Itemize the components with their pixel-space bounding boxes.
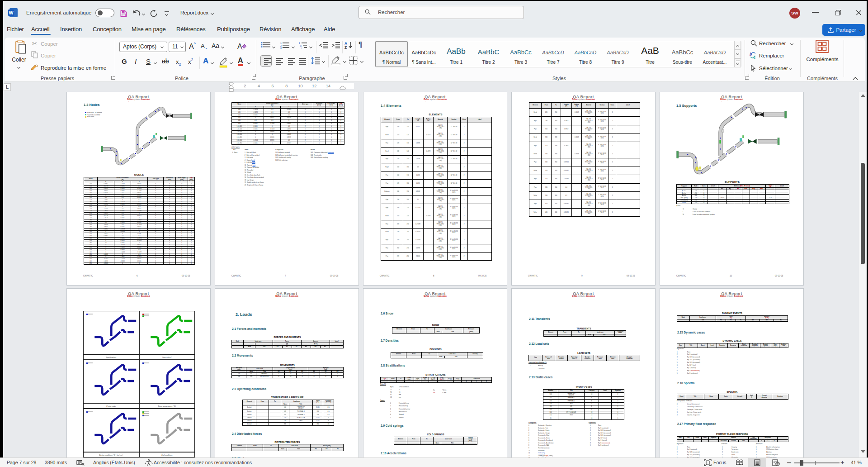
svg-text:Z: Z bbox=[344, 45, 347, 49]
svg-text:W: W bbox=[9, 10, 14, 15]
svg-text:i: i bbox=[302, 47, 302, 49]
svg-text:3: 3 bbox=[280, 47, 282, 49]
